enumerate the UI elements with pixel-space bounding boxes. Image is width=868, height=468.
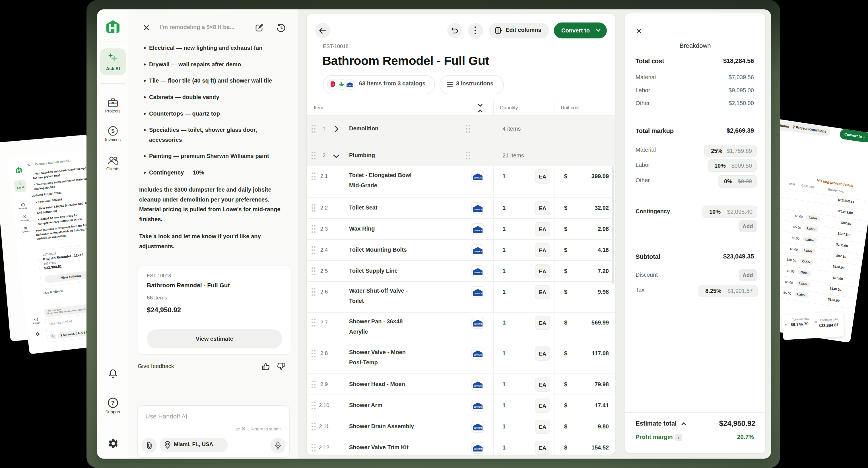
svg-text:$: $ — [111, 128, 114, 134]
svg-text:LOWE'S: LOWE'S — [474, 292, 482, 295]
svg-text:LOWE'S: LOWE'S — [474, 448, 482, 450]
svg-text:LOWE'S: LOWE'S — [474, 406, 482, 408]
svg-text:LOWE'S: LOWE'S — [474, 176, 482, 179]
svg-text:LOWE'S: LOWE'S — [347, 85, 353, 86]
svg-text:LOWE'S: LOWE'S — [474, 385, 482, 387]
svg-text:?: ? — [111, 400, 115, 406]
svg-text:LOWE'S: LOWE'S — [474, 427, 482, 429]
svg-text:?: ? — [35, 318, 37, 320]
svg-text:$: $ — [24, 215, 25, 218]
svg-text:LOWE'S: LOWE'S — [474, 208, 482, 211]
svg-text:LOWE'S: LOWE'S — [474, 229, 482, 232]
svg-text:LOWE'S: LOWE'S — [474, 250, 482, 253]
svg-text:LOWE'S: LOWE'S — [474, 323, 482, 325]
svg-text:LOWE'S: LOWE'S — [474, 271, 482, 274]
svg-text:LOWE'S: LOWE'S — [474, 354, 482, 356]
